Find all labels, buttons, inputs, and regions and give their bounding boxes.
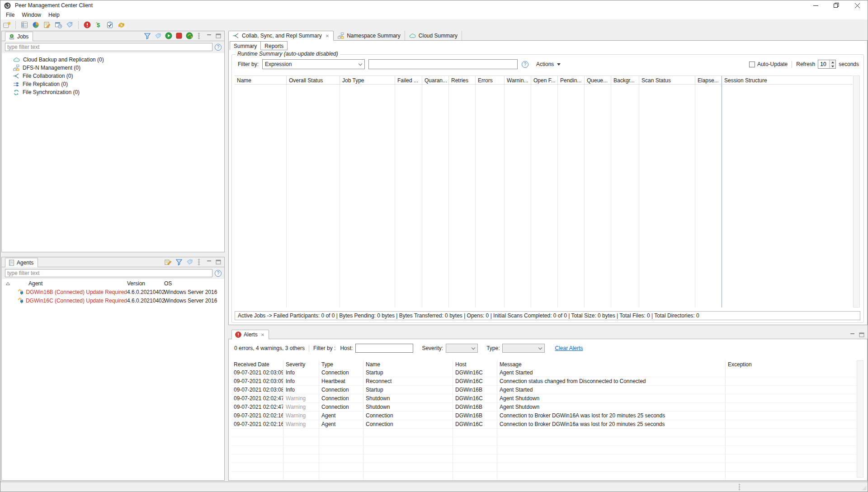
show-views-icon[interactable]: [20, 21, 28, 29]
minimize-panel-icon[interactable]: [207, 260, 212, 265]
notes-icon[interactable]: [43, 21, 51, 29]
start-job-icon[interactable]: [165, 32, 172, 39]
tree-item-cloud-backup[interactable]: Cloud Backup and Replication (0): [2, 56, 224, 64]
actions-dropdown-arrow-icon[interactable]: [557, 63, 561, 66]
tree-item-dfs-n[interactable]: DFS-N Management (0): [2, 64, 224, 72]
filter-jobs-icon[interactable]: [144, 33, 151, 39]
severity-select[interactable]: [446, 344, 478, 353]
col-failed[interactable]: Failed ...: [395, 76, 422, 84]
agents-col-version[interactable]: Version: [127, 280, 164, 287]
tab-collab-sync-repl-summary[interactable]: Collab, Sync, and Repl Summary ✕: [228, 31, 334, 41]
tree-item-file-collaboration[interactable]: File Collaboration (0): [2, 72, 224, 80]
col-open-files[interactable]: Open F...: [531, 76, 558, 84]
tag-agents-icon[interactable]: [186, 259, 193, 265]
licensing-icon[interactable]: $: [94, 21, 103, 29]
col-queued[interactable]: Queue...: [585, 76, 611, 84]
minimize-window-button[interactable]: [805, 0, 826, 10]
subtab-summary[interactable]: Summary: [230, 41, 261, 50]
col-retries[interactable]: Retries: [449, 76, 476, 84]
filter-help-icon[interactable]: ?: [522, 61, 528, 68]
col-name[interactable]: Name: [363, 360, 453, 369]
jobs-help-icon[interactable]: ?: [215, 44, 222, 51]
alert-row[interactable]: 09-07-2021 02:03:09Info ConnectionStartu…: [231, 369, 856, 377]
maximize-panel-icon[interactable]: [216, 260, 221, 265]
alert-row[interactable]: 09-07-2021 02:03:08Info ConnectionStartu…: [231, 386, 856, 394]
minimize-panel-icon[interactable]: [207, 33, 212, 38]
new-job-icon[interactable]: [3, 21, 11, 29]
restore-window-button[interactable]: [826, 0, 847, 10]
agent-row[interactable]: DGWin16C (Connected) Update Required 4.6…: [2, 296, 224, 305]
col-elapsed[interactable]: Elapse...: [695, 76, 722, 84]
col-session-structure[interactable]: Session Structure: [722, 76, 853, 84]
col-exception[interactable]: Exception: [726, 360, 856, 369]
tab-jobs[interactable]: Jobs: [5, 32, 33, 41]
status-bar-grip[interactable]: [739, 484, 740, 490]
jobs-agents-sash[interactable]: [1, 252, 225, 257]
agents-col-agent[interactable]: Agent: [14, 280, 127, 287]
spinner-down-icon[interactable]: [830, 64, 835, 68]
col-background[interactable]: Backgr...: [611, 76, 639, 84]
agents-help-icon[interactable]: ?: [215, 270, 222, 277]
agents-col-os[interactable]: OS: [164, 280, 224, 287]
tasks-icon[interactable]: [106, 21, 114, 29]
close-tab-icon[interactable]: ✕: [261, 332, 264, 337]
alert-row[interactable]: 09-07-2021 02:02:47Warning ConnectionShu…: [231, 403, 856, 412]
close-tab-icon[interactable]: ✕: [326, 33, 329, 38]
tab-cloud-summary[interactable]: Cloud Summary: [405, 31, 462, 40]
alerts-table-scrollbar[interactable]: [857, 360, 863, 478]
refresh-interval-spinner[interactable]: [818, 60, 836, 69]
subtab-reports[interactable]: Reports: [260, 41, 288, 50]
agent-row[interactable]: DGWin16B (Connected) Update Required 4.6…: [2, 288, 224, 296]
edit-agent-icon[interactable]: [165, 259, 172, 265]
restart-job-icon[interactable]: [186, 32, 193, 39]
refresh-interval-value[interactable]: [818, 60, 829, 68]
view-menu-icon[interactable]: [198, 33, 200, 39]
maximize-panel-icon[interactable]: [859, 332, 864, 337]
dashboard-icon[interactable]: [32, 21, 40, 29]
tree-item-file-synchronization[interactable]: File Synchronization (0): [2, 88, 224, 96]
agents-filter-input[interactable]: [5, 269, 212, 277]
vertical-sash[interactable]: [225, 31, 228, 481]
actions-menu-button[interactable]: Actions: [536, 61, 554, 67]
col-pending[interactable]: Pendin...: [558, 76, 585, 84]
col-name[interactable]: Name: [235, 76, 287, 84]
col-message[interactable]: Message: [497, 360, 726, 369]
alert-row[interactable]: 09-07-2021 02:03:09Info HeartbeatReconne…: [231, 377, 856, 386]
tab-namespace-summary[interactable]: Namespace Summary: [334, 31, 405, 40]
alert-row[interactable]: 09-07-2021 02:02:47Warning ConnectionShu…: [231, 394, 856, 403]
filter-expression-input[interactable]: [368, 59, 518, 69]
job-schedule-icon[interactable]: [54, 21, 62, 29]
stop-job-icon[interactable]: [176, 33, 182, 39]
tab-alerts[interactable]: Alerts ✕: [231, 330, 269, 339]
alert-row[interactable]: 09-07-2021 02:02:16Warning AgentConnecti…: [231, 420, 856, 429]
auto-update-checkbox[interactable]: [749, 62, 755, 67]
host-filter-input[interactable]: [355, 344, 413, 353]
sort-indicator-icon[interactable]: [2, 282, 14, 285]
col-host[interactable]: Host: [453, 360, 497, 369]
col-errors[interactable]: Errors: [476, 76, 505, 84]
col-type[interactable]: Type: [319, 360, 363, 369]
spinner-up-icon[interactable]: [830, 60, 835, 64]
col-job-type[interactable]: Job Type: [340, 76, 395, 84]
jobs-filter-input[interactable]: [5, 43, 212, 51]
alert-row[interactable]: 09-07-2021 02:02:16Warning AgentConnecti…: [231, 412, 856, 420]
col-overall-status[interactable]: Overall Status: [287, 76, 340, 84]
col-warnings[interactable]: Warnin...: [505, 76, 531, 84]
tree-item-file-replication[interactable]: File Replication (0): [2, 80, 224, 88]
tags-icon[interactable]: [66, 21, 74, 29]
summary-table-scrollbar[interactable]: [853, 76, 860, 308]
view-menu-icon[interactable]: [198, 259, 200, 265]
menu-help[interactable]: Help: [45, 11, 63, 19]
tag-jobs-icon[interactable]: [155, 33, 161, 39]
editor-alerts-sash[interactable]: [228, 325, 868, 329]
maximize-panel-icon[interactable]: [216, 33, 221, 38]
col-severity[interactable]: Severity: [283, 360, 319, 369]
alerts-icon[interactable]: [83, 21, 91, 29]
filter-agents-icon[interactable]: [175, 259, 183, 265]
minimize-panel-icon[interactable]: [850, 332, 855, 337]
close-window-button[interactable]: [847, 0, 868, 10]
col-scan-status[interactable]: Scan Status: [639, 76, 695, 84]
window-resize-grip[interactable]: [862, 486, 866, 490]
menu-file[interactable]: File: [2, 11, 18, 19]
sync-refresh-icon[interactable]: [117, 21, 125, 29]
